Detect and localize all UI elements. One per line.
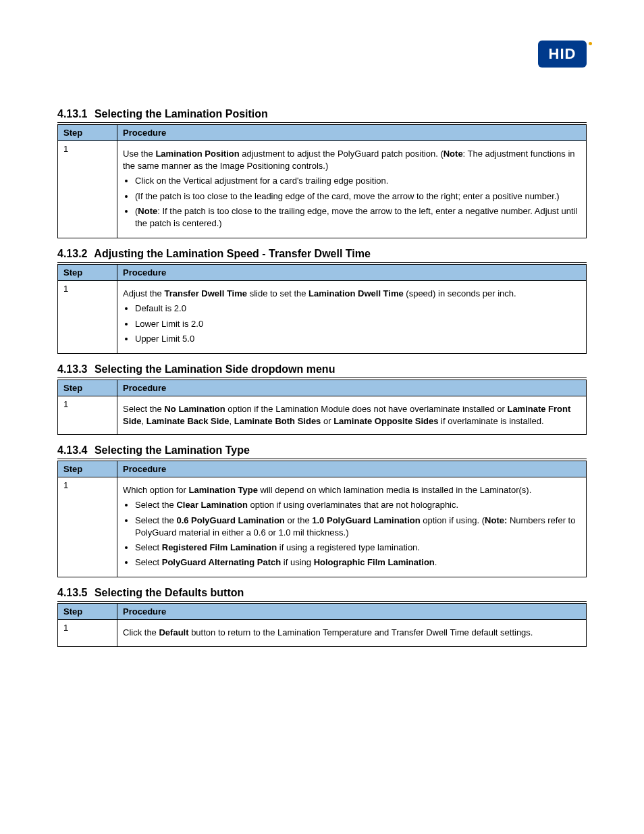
section-4-13-1: 4.13.1 Selecting the Lamination Position… bbox=[57, 108, 587, 238]
col-procedure: Procedure bbox=[117, 604, 587, 620]
col-procedure: Procedure bbox=[117, 265, 587, 281]
section-heading: 4.13.2 Adjusting the Lamination Speed - … bbox=[57, 248, 587, 263]
step-number: 1 bbox=[58, 477, 117, 577]
list-item: (If the patch is too close to the leadin… bbox=[135, 190, 581, 203]
col-step: Step bbox=[58, 125, 117, 141]
list-item: Lower Limit is 2.0 bbox=[135, 318, 581, 330]
list-item: Select the 0.6 PolyGuard Lamination or t… bbox=[135, 515, 581, 539]
section-title: Selecting the Defaults button bbox=[95, 587, 244, 598]
list-item: Click on the Vertical adjustment for a c… bbox=[135, 175, 581, 187]
section-4-13-5: 4.13.5 Selecting the Defaults button Ste… bbox=[57, 587, 587, 646]
col-step: Step bbox=[58, 380, 117, 396]
section-title: Selecting the Lamination Side dropdown m… bbox=[95, 363, 335, 375]
procedure-cell: Click the Default button to return to th… bbox=[117, 620, 587, 646]
procedure-cell: Select the No Lamination option if the L… bbox=[117, 396, 587, 434]
content: 4.13.1 Selecting the Lamination Position… bbox=[57, 41, 587, 647]
col-procedure: Procedure bbox=[117, 461, 587, 477]
procedure-cell: Which option for Lamination Type will de… bbox=[117, 477, 587, 577]
section-number: 4.13.3 bbox=[57, 363, 87, 375]
section-number: 4.13.1 bbox=[57, 108, 87, 120]
section-4-13-3: 4.13.3 Selecting the Lamination Side dro… bbox=[57, 363, 587, 435]
section-heading: 4.13.5 Selecting the Defaults button bbox=[57, 587, 587, 602]
section-heading: 4.13.1 Selecting the Lamination Position bbox=[57, 108, 587, 123]
col-procedure: Procedure bbox=[117, 380, 587, 396]
procedure-cell: Adjust the Transfer Dwell Time slide to … bbox=[117, 281, 587, 354]
step-table: Step Procedure 1 Click the Default butto… bbox=[57, 603, 587, 646]
col-step: Step bbox=[58, 604, 117, 620]
col-step: Step bbox=[58, 265, 117, 281]
list-item: Upper Limit 5.0 bbox=[135, 333, 581, 345]
col-step: Step bbox=[58, 461, 117, 477]
intro-line: Adjust the Transfer Dwell Time slide to … bbox=[123, 288, 581, 300]
section-number: 4.13.5 bbox=[57, 587, 87, 598]
step-number: 1 bbox=[58, 281, 117, 354]
list-item: (Note: If the patch is too close to the … bbox=[135, 205, 581, 230]
step-table: Step Procedure 1 Use the Lamination Posi… bbox=[57, 124, 587, 238]
procedure-cell: Use the Lamination Position adjustment t… bbox=[117, 141, 587, 238]
document-page: HID 4.13.1 Selecting the Lamination Posi… bbox=[0, 0, 644, 834]
step-table: Step Procedure 1 Which option for Lamina… bbox=[57, 461, 587, 577]
step-table: Step Procedure 1 Select the No Laminatio… bbox=[57, 380, 587, 435]
section-title: Selecting the Lamination Position bbox=[95, 108, 268, 120]
step-number: 1 bbox=[58, 141, 117, 238]
step-table: Step Procedure 1 Adjust the Transfer Dwe… bbox=[57, 264, 587, 354]
step-number: 1 bbox=[58, 396, 117, 434]
section-title: Selecting the Lamination Type bbox=[95, 444, 250, 456]
section-4-13-4: 4.13.4 Selecting the Lamination Type Ste… bbox=[57, 444, 587, 577]
list-item: Select Registered Film Lamination if usi… bbox=[135, 542, 581, 554]
bullet-list: Select the Clear Lamination option if us… bbox=[135, 499, 581, 569]
text-line: Click the Default button to return to th… bbox=[123, 627, 581, 639]
section-4-13-2: 4.13.2 Adjusting the Lamination Speed - … bbox=[57, 248, 587, 354]
section-number: 4.13.4 bbox=[57, 444, 87, 456]
list-item: Default is 2.0 bbox=[135, 303, 581, 315]
section-title: Adjusting the Lamination Speed - Transfe… bbox=[94, 248, 371, 259]
col-procedure: Procedure bbox=[117, 125, 587, 141]
bullet-list: Click on the Vertical adjustment for a c… bbox=[135, 175, 581, 230]
bullet-list: Default is 2.0 Lower Limit is 2.0 Upper … bbox=[135, 303, 581, 345]
list-item: Select PolyGuard Alternating Patch if us… bbox=[135, 556, 581, 569]
logo-text: HID bbox=[549, 45, 576, 63]
intro-line: Use the Lamination Position adjustment t… bbox=[123, 148, 581, 172]
section-heading: 4.13.4 Selecting the Lamination Type bbox=[57, 444, 587, 459]
section-number: 4.13.2 bbox=[57, 248, 87, 259]
hid-logo: HID bbox=[538, 41, 587, 68]
intro-line: Which option for Lamination Type will de… bbox=[123, 484, 581, 496]
text-line: Select the No Lamination option if the L… bbox=[123, 403, 581, 427]
list-item: Select the Clear Lamination option if us… bbox=[135, 499, 581, 511]
section-heading: 4.13.3 Selecting the Lamination Side dro… bbox=[57, 363, 587, 378]
step-number: 1 bbox=[58, 620, 117, 646]
